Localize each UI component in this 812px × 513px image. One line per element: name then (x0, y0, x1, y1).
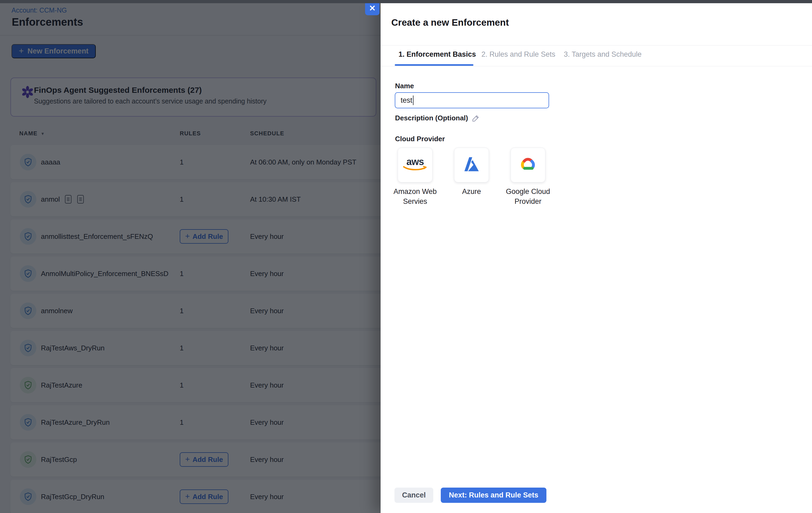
top-strip (0, 0, 812, 3)
tab-rules-and-rule-sets[interactable]: 2. Rules and Rule Sets (482, 50, 555, 59)
cloud-provider-label: Cloud Provider (395, 135, 445, 143)
provider-option-azure[interactable]: Azure (454, 148, 489, 206)
drawer-divider-top (381, 45, 812, 46)
drawer-divider-tabs (381, 66, 812, 66)
description-label: Description (Optional) (395, 114, 468, 122)
tab-enforcement-basics[interactable]: 1. Enforcement Basics (399, 50, 476, 59)
pencil-icon[interactable] (472, 114, 480, 122)
gcp-card[interactable] (511, 148, 545, 182)
name-input-value: test (401, 96, 412, 105)
azure-logo (462, 157, 481, 173)
close-icon: ✕ (369, 3, 376, 13)
provider-option-aws[interactable]: aws Amazon Web Servies (398, 148, 433, 206)
provider-option-gcp[interactable]: Google Cloud Provider (511, 148, 545, 206)
provider-label-azure: Azure (441, 187, 502, 197)
aws-card[interactable]: aws (398, 148, 433, 182)
gcp-logo (518, 155, 538, 175)
drawer-title: Create a new Enforcement (391, 17, 509, 28)
cancel-button[interactable]: Cancel (395, 488, 433, 503)
next-button[interactable]: Next: Rules and Rule Sets (441, 488, 546, 503)
active-tab-underline (395, 64, 473, 66)
provider-label-aws: Amazon Web Servies (384, 187, 446, 206)
azure-card[interactable] (454, 148, 489, 182)
text-cursor (413, 95, 414, 105)
tab-targets-and-schedule[interactable]: 3. Targets and Schedule (564, 50, 642, 59)
cloud-provider-options: aws Amazon Web Servies Azure (398, 148, 545, 206)
create-enforcement-drawer: ✕ Create a new Enforcement 1. Enforcemen… (381, 0, 812, 513)
aws-logo: aws (402, 158, 428, 172)
provider-label-gcp: Google Cloud Provider (497, 187, 559, 206)
name-label: Name (395, 82, 414, 90)
name-input[interactable]: test (395, 92, 549, 108)
